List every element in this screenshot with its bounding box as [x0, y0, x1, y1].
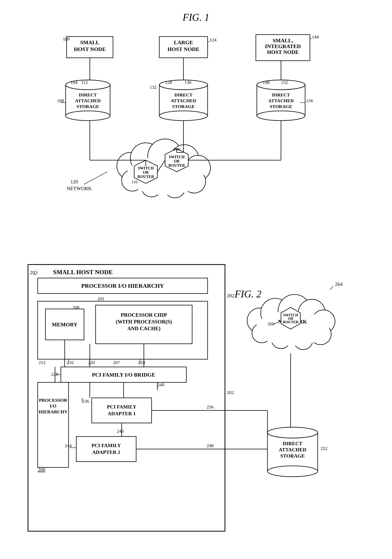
svg-rect-142	[76, 437, 136, 462]
svg-text:SWITCH: SWITCH	[169, 155, 185, 159]
svg-text:DIRECT: DIRECT	[79, 92, 97, 97]
svg-text:132: 132	[150, 85, 157, 90]
svg-text:DIRECT: DIRECT	[283, 441, 302, 446]
svg-text:200: 200	[38, 467, 45, 472]
svg-rect-135	[92, 398, 152, 423]
svg-text:152: 152	[281, 80, 288, 85]
svg-text:NETWORK: NETWORK	[67, 186, 92, 191]
svg-text:207: 207	[113, 360, 120, 365]
svg-text:SWITCH: SWITCH	[138, 166, 154, 170]
svg-text:DIRECT: DIRECT	[174, 92, 192, 97]
svg-point-18	[66, 111, 110, 121]
svg-text:252: 252	[320, 446, 328, 451]
svg-text:STORAGE: STORAGE	[270, 104, 292, 109]
svg-text:STORAGE: STORAGE	[172, 104, 195, 109]
svg-text:ROUTER: ROUTER	[168, 163, 185, 168]
svg-text:PCI FAMILY I/O BRIDGE: PCI FAMILY I/O BRIDGE	[92, 372, 155, 378]
svg-text:212: 212	[39, 360, 46, 365]
svg-line-162	[330, 286, 333, 290]
svg-text:HIERARCHY: HIERARCHY	[39, 409, 67, 414]
svg-text:PROCESSOR: PROCESSOR	[39, 398, 67, 403]
svg-text:PCI FAMILY: PCI FAMILY	[107, 404, 137, 410]
fig1-title: FIG. 1	[183, 12, 210, 23]
fig2-area: FIG. 2 SMALL HOST NODE 203 202 PROCESSOR…	[22, 259, 370, 539]
svg-text:I/O: I/O	[50, 403, 57, 409]
svg-text:240: 240	[157, 382, 164, 387]
svg-text:208: 208	[73, 305, 79, 310]
svg-text:136: 136	[184, 80, 191, 85]
svg-point-174	[267, 427, 318, 438]
svg-text:LARGE: LARGE	[174, 39, 193, 46]
svg-text:ROUTER: ROUTER	[283, 320, 299, 324]
svg-text:228: 228	[51, 372, 58, 377]
svg-text:SMALL,: SMALL,	[273, 37, 293, 44]
svg-text:120: 120	[71, 179, 78, 185]
svg-text:ATTACHED: ATTACHED	[75, 98, 100, 103]
svg-text:FIG. 2: FIG. 2	[234, 289, 262, 299]
svg-text:202: 202	[227, 390, 234, 395]
svg-text:260: 260	[267, 321, 274, 326]
svg-text:DIRECT: DIRECT	[272, 92, 290, 97]
svg-text:156: 156	[306, 98, 313, 103]
svg-point-172	[267, 466, 318, 477]
svg-text:HOST NODE: HOST NODE	[267, 49, 299, 55]
fig1-title-area: FIG. 1	[15, 12, 377, 23]
svg-text:201: 201	[98, 296, 104, 301]
page: FIG. 1 SMALL HOST NODE 100 LARGE HOST NO…	[0, 0, 392, 559]
svg-point-30	[159, 111, 208, 121]
svg-text:OR: OR	[143, 170, 149, 175]
svg-line-87	[84, 172, 107, 184]
svg-text:248: 248	[207, 443, 214, 448]
svg-text:256: 256	[207, 404, 214, 410]
svg-text:STORAGE: STORAGE	[77, 104, 99, 109]
svg-text:128: 128	[165, 80, 172, 85]
svg-text:124: 124	[210, 37, 217, 42]
svg-point-41	[257, 111, 305, 121]
svg-text:(WITH PROCESSOR(S): (WITH PROCESSOR(S)	[116, 319, 172, 325]
svg-text:SMALL: SMALL	[80, 39, 100, 46]
svg-text:HOST NODE: HOST NODE	[167, 46, 199, 52]
svg-text:148: 148	[263, 80, 270, 85]
fig1-svg: SMALL HOST NODE 100 LARGE HOST NODE 124 …	[51, 25, 341, 247]
svg-text:ATTACHED: ATTACHED	[268, 98, 294, 103]
svg-text:116: 116	[131, 179, 137, 184]
svg-text:PROCESSOR CHIP: PROCESSOR CHIP	[121, 312, 167, 318]
svg-text:264: 264	[335, 281, 343, 287]
svg-text:236: 236	[82, 399, 89, 404]
svg-text:144: 144	[312, 34, 319, 39]
svg-text:244: 244	[65, 443, 72, 448]
svg-text:ATTACHED: ATTACHED	[279, 447, 306, 453]
svg-line-180	[227, 410, 267, 449]
svg-text:PROCESSOR I/O HIERARCHY: PROCESSOR I/O HIERARCHY	[81, 282, 164, 289]
svg-text:SMALL HOST NODE: SMALL HOST NODE	[53, 269, 113, 276]
svg-text:HOST NODE: HOST NODE	[74, 46, 106, 52]
svg-text:216: 216	[67, 360, 73, 365]
svg-rect-130	[38, 382, 69, 467]
svg-text:220: 220	[88, 360, 95, 365]
svg-text:AND CACHE): AND CACHE)	[127, 326, 160, 331]
svg-text:ATTACHED: ATTACHED	[171, 98, 196, 103]
svg-text:245: 245	[117, 429, 124, 434]
svg-text:STORAGE: STORAGE	[280, 453, 305, 459]
svg-text:112: 112	[81, 80, 88, 85]
svg-text:202: 202	[227, 293, 234, 298]
svg-text:ROUTER: ROUTER	[137, 175, 154, 179]
svg-text:ADAPTER 1: ADAPTER 1	[108, 411, 136, 416]
fig1-diagram: SMALL HOST NODE 100 LARGE HOST NODE 124 …	[51, 25, 341, 247]
svg-text:104: 104	[71, 80, 77, 85]
svg-text:MEMORY: MEMORY	[52, 322, 78, 327]
svg-text:PCI FAMILY: PCI FAMILY	[91, 443, 121, 448]
svg-text:INTEGRATED: INTEGRATED	[265, 43, 301, 49]
fig2-svg: FIG. 2 SMALL HOST NODE 203 202 PROCESSOR…	[22, 259, 370, 539]
svg-text:OR: OR	[174, 159, 180, 163]
svg-text:ADAPTER 2: ADAPTER 2	[92, 449, 120, 455]
